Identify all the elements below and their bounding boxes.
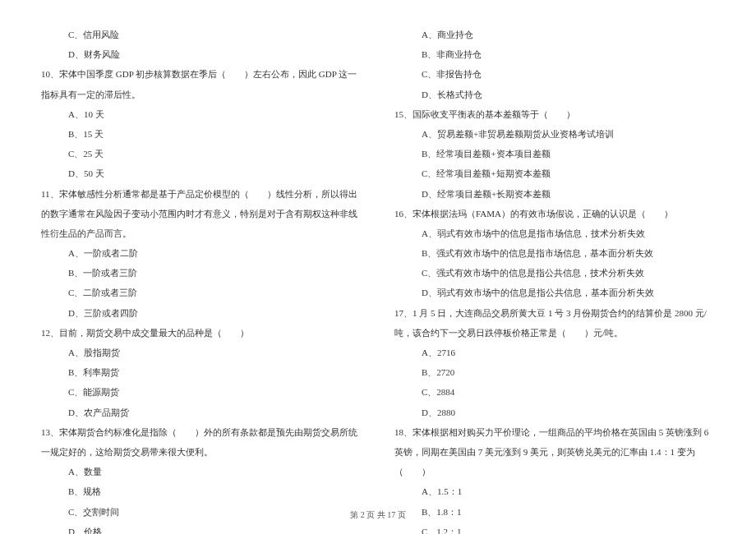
q14-option-c: C、非报告持仓 [394,64,715,84]
q12-option-d: D、农产品期货 [41,403,362,422]
q15-option-c: C、经常项目差额+短期资本差额 [394,163,715,183]
q15-option-b: B、经常项目差额+资本项目差额 [394,144,715,163]
q12-option-c: C、能源期货 [41,382,362,402]
q14-option-a: A、商业持仓 [394,25,715,44]
option-d-prev: D、财务风险 [41,44,362,64]
q10-option-d: D、50 天 [41,163,362,183]
q11-option-a: A、一阶或者二阶 [41,243,362,263]
q18-option-a: A、1.5：1 [394,481,715,501]
question-12: 12、目前，期货交易中成交量最大的品种是（ ） [41,323,362,343]
q17-option-d: D、2880 [394,403,715,422]
q16-option-b: B、强式有效市场中的信息是指市场信息，基本面分析失效 [394,243,715,263]
q16-option-a: A、弱式有效市场中的信息是指市场信息，技术分析失效 [394,223,715,243]
left-column: C、信用风险 D、财务风险 10、宋体中国季度 GDP 初步核算数据在季后（ ）… [41,25,362,534]
q10-option-c: C、25 天 [41,144,362,163]
q11-option-b: B、一阶或者三阶 [41,263,362,283]
question-11: 11、宋体敏感性分析通常都是基于产品定价模型的（ ）线性分析，所以得出的数字通常… [41,184,362,244]
question-15: 15、国际收支平衡表的基本差额等于（ ） [394,104,715,124]
option-c-prev: C、信用风险 [41,25,362,44]
q12-option-b: B、利率期货 [41,362,362,382]
right-column: A、商业持仓 B、非商业持仓 C、非报告持仓 D、长格式持仓 15、国际收支平衡… [394,25,715,534]
question-16: 16、宋体根据法玛（FAMA）的有效市场假说，正确的认识是（ ） [394,204,715,223]
two-column-layout: C、信用风险 D、财务风险 10、宋体中国季度 GDP 初步核算数据在季后（ ）… [41,25,715,534]
page-footer: 第 2 页 共 17 页 [0,506,756,524]
q15-option-d: D、经常项目差额+长期资本差额 [394,184,715,204]
q16-option-c: C、强式有效市场中的信息是指公共信息，技术分析失效 [394,263,715,283]
q13-option-b: B、规格 [41,481,362,501]
question-13: 13、宋体期货合约标准化是指除（ ）外的所有条款都是预先由期货交易所统一规定好的… [41,422,362,462]
question-18: 18、宋体根据相对购买力平价理论，一组商品的平均价格在英国由 5 英镑涨到 6 … [394,422,715,482]
q11-option-d: D、三阶或者四阶 [41,303,362,323]
q17-option-c: C、2884 [394,382,715,402]
q12-option-a: A、股指期货 [41,343,362,362]
q14-option-b: B、非商业持仓 [394,44,715,64]
q14-option-d: D、长格式持仓 [394,85,715,104]
q17-option-a: A、2716 [394,343,715,362]
q15-option-a: A、贸易差额+非贸易差额期货从业资格考试培训 [394,124,715,144]
q17-option-b: B、2720 [394,362,715,382]
question-10: 10、宋体中国季度 GDP 初步核算数据在季后（ ）左右公布，因此 GDP 这一… [41,64,362,104]
q10-option-a: A、10 天 [41,104,362,124]
q16-option-d: D、弱式有效市场中的信息是指公共信息，基本面分析失效 [394,283,715,302]
q13-option-a: A、数量 [41,462,362,481]
q11-option-c: C、二阶或者三阶 [41,283,362,302]
question-17: 17、1 月 5 日，大连商品交易所黄大豆 1 号 3 月份期货合约的结算价是 … [394,303,715,343]
q10-option-b: B、15 天 [41,124,362,144]
